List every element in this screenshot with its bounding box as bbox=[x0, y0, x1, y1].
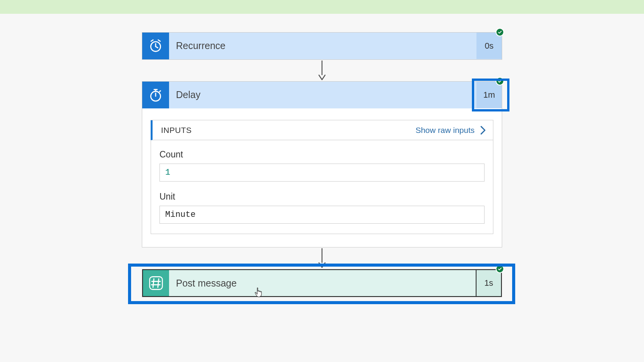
post-message-title: Post message bbox=[169, 270, 476, 296]
field-count-value: 1 bbox=[159, 164, 485, 182]
show-raw-inputs-link[interactable]: Show raw inputs bbox=[416, 126, 486, 135]
flow-arrow bbox=[142, 60, 502, 81]
field-unit-label: Unit bbox=[159, 192, 485, 202]
svg-rect-10 bbox=[150, 277, 162, 289]
svg-line-8 bbox=[159, 91, 160, 92]
delay-icon-box bbox=[142, 82, 169, 108]
recurrence-card[interactable]: Recurrence 0s bbox=[142, 32, 502, 60]
inputs-content: Count 1 Unit Minute bbox=[151, 140, 493, 234]
delay-duration: 1m bbox=[476, 82, 502, 108]
post-message-card[interactable]: Post message 1s bbox=[142, 269, 502, 297]
success-check-icon bbox=[496, 77, 504, 85]
svg-line-2 bbox=[156, 47, 158, 48]
recurrence-header[interactable]: Recurrence 0s bbox=[142, 33, 502, 59]
svg-line-11 bbox=[153, 279, 154, 287]
delay-header[interactable]: Delay 1m bbox=[142, 82, 502, 108]
recurrence-title: Recurrence bbox=[169, 33, 476, 59]
recurrence-duration: 0s bbox=[476, 33, 502, 59]
field-unit-value: Minute bbox=[159, 206, 485, 224]
inputs-header: INPUTS Show raw inputs bbox=[151, 120, 493, 140]
post-message-header[interactable]: Post message 1s bbox=[142, 269, 502, 297]
post-message-icon-box bbox=[143, 270, 169, 296]
success-check-icon bbox=[496, 265, 504, 273]
flow-canvas: Recurrence 0s bbox=[0, 14, 644, 297]
field-count-label: Count bbox=[159, 149, 485, 160]
recurrence-icon-box bbox=[142, 33, 169, 59]
clock-alarm-icon bbox=[148, 39, 163, 53]
stopwatch-icon bbox=[148, 88, 163, 102]
flow-container: Recurrence 0s bbox=[142, 32, 502, 297]
chevron-right-icon bbox=[480, 126, 486, 135]
top-banner bbox=[0, 0, 644, 14]
show-raw-label: Show raw inputs bbox=[416, 126, 475, 135]
field-count: Count 1 bbox=[159, 149, 485, 182]
svg-line-12 bbox=[158, 279, 159, 287]
post-message-duration: 1s bbox=[476, 270, 501, 296]
inputs-panel: INPUTS Show raw inputs Count 1 bbox=[151, 120, 493, 234]
inputs-heading: INPUTS bbox=[161, 126, 192, 135]
delay-title: Delay bbox=[169, 82, 476, 108]
delay-body: INPUTS Show raw inputs Count 1 bbox=[142, 108, 502, 247]
hash-icon bbox=[149, 276, 163, 290]
field-unit: Unit Minute bbox=[159, 192, 485, 224]
success-check-icon bbox=[496, 28, 504, 36]
flow-arrow bbox=[142, 247, 502, 269]
delay-card[interactable]: Delay 1m INPUTS Show raw inputs bbox=[142, 81, 502, 247]
